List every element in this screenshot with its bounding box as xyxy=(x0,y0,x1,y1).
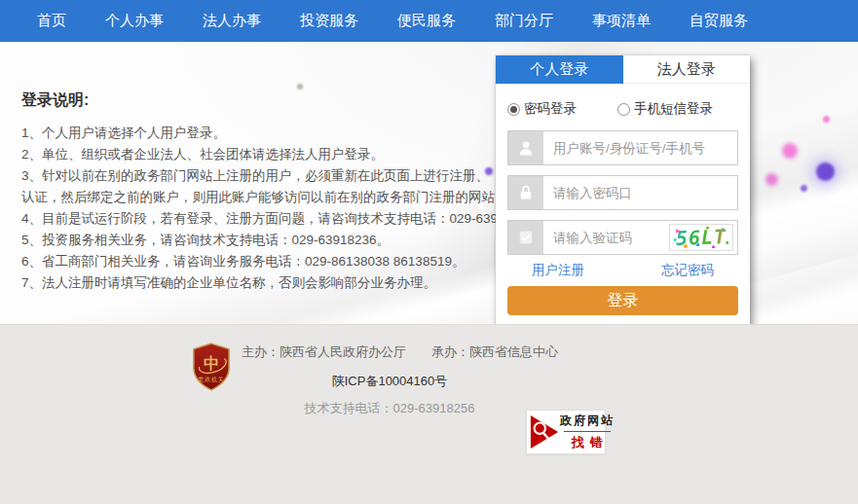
error-badge-text: 政府网站 找错 xyxy=(560,413,615,451)
footer-organizer: 主办：陕西省人民政府办公厅 xyxy=(242,343,406,361)
tab-legal-login[interactable]: 法人登录 xyxy=(623,55,751,84)
radio-password-login[interactable]: 密码登录 xyxy=(507,100,577,118)
radio-unselected-icon xyxy=(617,103,630,116)
login-links: 用户注册 忘记密码 xyxy=(532,262,714,279)
footer-organizer-line: 主办：陕西省人民政府办公厅 承办：陕西省信息中心 xyxy=(242,343,538,361)
instruction-line: 7、法人注册时请填写准确的企业单位名称，否则会影响部分业务办理。 xyxy=(21,272,479,294)
tab-personal-login[interactable]: 个人登录 xyxy=(496,55,623,84)
instruction-line: 认证，然后绑定之前的账户，则用此账户能够访问以前在别的政务部门注册的网站。 xyxy=(21,187,479,208)
login-instructions: 登录说明: 1、个人用户请选择个人用户登录。 2、单位、组织或者企业法人、社会团… xyxy=(21,90,479,294)
instruction-line: 6、省工商部门相关业务，请咨询业务服务电话：029-86138038 86138… xyxy=(21,251,479,272)
radio-password-label: 密码登录 xyxy=(524,100,577,118)
instruction-line: 2、单位、组织或者企业法人、社会团体请选择法人用户登录。 xyxy=(21,144,479,165)
error-badge-divider xyxy=(564,431,611,432)
radio-sms-login[interactable]: 手机短信登录 xyxy=(617,100,713,118)
nav-item-convenience-services[interactable]: 便民服务 xyxy=(397,12,456,30)
nav-item-department-halls[interactable]: 部门分厅 xyxy=(495,12,553,30)
nav-item-investment-services[interactable]: 投资服务 xyxy=(300,12,358,30)
user-icon xyxy=(508,131,543,164)
bokeh-dot xyxy=(823,116,830,123)
login-tabs: 个人登录 法人登录 xyxy=(496,55,750,84)
instruction-line: 5、投资服务相关业务，请咨询技术支持电话：029-63918236。 xyxy=(21,230,479,251)
username-field-row xyxy=(507,130,738,165)
captcha-text: 56LT xyxy=(676,225,727,250)
nav-item-free-trade-services[interactable]: 自贸服务 xyxy=(690,12,748,30)
page-footer: 中 党政机关 主办：陕西省人民政府办公厅 承办：陕西省信息中心 陕ICP备100… xyxy=(0,324,858,504)
top-nav: 首页 个人办事 法人办事 投资服务 便民服务 部门分厅 事项清单 自贸服务 xyxy=(0,0,858,42)
register-link[interactable]: 用户注册 xyxy=(532,262,584,279)
captcha-input[interactable] xyxy=(543,221,669,254)
instructions-title: 登录说明: xyxy=(21,90,479,111)
login-panel: 个人登录 法人登录 密码登录 手机短信登录 xyxy=(496,55,750,324)
footer-text-block: 主办：陕西省人民政府办公厅 承办：陕西省信息中心 陕ICP备10004160号 … xyxy=(242,343,538,417)
bokeh-dot xyxy=(297,84,303,90)
login-method-radios: 密码登录 手机短信登录 xyxy=(507,100,738,118)
error-badge-line2: 找错 xyxy=(572,434,609,451)
captcha-image[interactable]: 56LT xyxy=(669,224,733,251)
password-field-row xyxy=(507,175,738,210)
instruction-line: 4、目前是试运行阶段，若有登录、注册方面问题，请咨询技术支持电话：029-639… xyxy=(21,208,479,230)
error-badge-line1: 政府网站 xyxy=(560,413,615,429)
magnifier-flag-icon xyxy=(529,413,560,451)
footer-support-phone: 技术支持电话：029-63918256 xyxy=(242,400,538,417)
login-button[interactable]: 登录 xyxy=(507,286,738,315)
website-error-report-badge[interactable]: 政府网站 找错 xyxy=(526,410,606,454)
password-input[interactable] xyxy=(543,176,737,209)
footer-icp: 陕ICP备10004160号 xyxy=(242,373,538,390)
gov-agency-badge-icon[interactable]: 中 党政机关 xyxy=(191,342,232,392)
main-area: 登录说明: 1、个人用户请选择个人用户登录。 2、单位、组织或者企业法人、社会团… xyxy=(0,42,858,324)
bokeh-dot xyxy=(782,143,798,159)
bokeh-dot xyxy=(801,185,807,192)
lock-icon xyxy=(508,176,543,209)
nav-item-personal-affairs[interactable]: 个人办事 xyxy=(105,12,164,30)
forgot-password-link[interactable]: 忘记密码 xyxy=(661,262,714,279)
nav-item-matter-list[interactable]: 事项清单 xyxy=(592,12,651,30)
radio-selected-icon xyxy=(507,103,520,116)
captcha-field-row: 56LT xyxy=(507,220,738,255)
nav-item-legal-affairs[interactable]: 法人办事 xyxy=(203,12,261,30)
gov-badge-emblem: 中 xyxy=(204,354,219,372)
footer-undertaker: 承办：陕西省信息中心 xyxy=(431,343,558,361)
instruction-line: 3、针对以前在别的政务部门网站上注册的用户，必须重新在此页面上进行注册、 xyxy=(21,165,479,187)
bokeh-dot xyxy=(816,162,835,181)
instruction-line: 1、个人用户请选择个人用户登录。 xyxy=(21,123,479,144)
nav-item-home[interactable]: 首页 xyxy=(37,12,66,30)
captcha-check-icon xyxy=(508,221,543,254)
bokeh-dot xyxy=(765,173,778,186)
username-input[interactable] xyxy=(543,131,737,164)
radio-sms-label: 手机短信登录 xyxy=(634,100,713,118)
gov-badge-label: 党政机关 xyxy=(198,376,224,383)
